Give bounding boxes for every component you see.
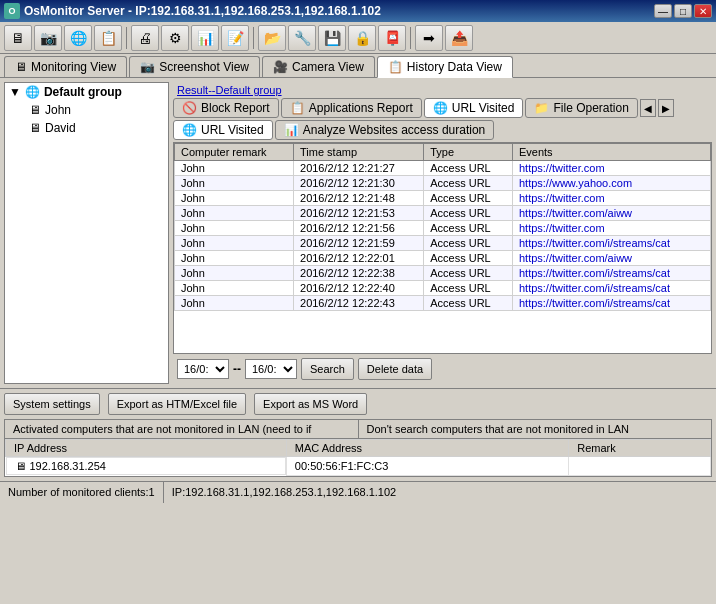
toolbar-btn-1[interactable]: 🖥	[4, 25, 32, 51]
tab-url-visited[interactable]: 🌐 URL Visited	[424, 98, 524, 118]
tab-monitoring[interactable]: 🖥 Monitoring View	[4, 56, 127, 77]
toolbar-separator-2	[253, 27, 254, 49]
table-row[interactable]: John 2016/2/12 12:21:59 Access URL https…	[175, 236, 711, 251]
cell-computer: John	[175, 251, 294, 266]
sidebar-item-david[interactable]: 🖥 David	[5, 119, 168, 137]
sidebar-user-john: John	[45, 103, 71, 117]
tab-screenshot[interactable]: 📷 Screenshot View	[129, 56, 260, 77]
monitoring-icon: 🖥	[15, 60, 27, 74]
report-nav-next[interactable]: ▶	[658, 99, 674, 117]
computer-icon-david: 🖥	[29, 121, 41, 135]
url-icon: 🌐	[433, 101, 448, 115]
toolbar-btn-13[interactable]: 📮	[378, 25, 406, 51]
lower-table-container[interactable]: IP Address MAC Address Remark 🖥192.168.3…	[5, 439, 711, 476]
status-bar: Number of monitored clients:1 IP:192.168…	[0, 481, 716, 503]
toolbar-btn-11[interactable]: 💾	[318, 25, 346, 51]
lower-header-right-text: Don't search computers that are not moni…	[359, 420, 712, 438]
toolbar-btn-4[interactable]: 📋	[94, 25, 122, 51]
delete-data-button[interactable]: Delete data	[358, 358, 432, 380]
data-table-container[interactable]: Computer remark Time stamp Type Events J…	[173, 142, 712, 354]
toolbar-btn-3[interactable]: 🌐	[64, 25, 92, 51]
cell-computer: John	[175, 296, 294, 311]
toolbar-btn-12[interactable]: 🔒	[348, 25, 376, 51]
toolbar-btn-10[interactable]: 🔧	[288, 25, 316, 51]
tab-camera-label: Camera View	[292, 60, 364, 74]
tab-history[interactable]: 📋 History Data View	[377, 56, 513, 78]
file-icon: 📁	[534, 101, 549, 115]
lower-col-ip: IP Address	[6, 440, 287, 457]
lower-table-row[interactable]: 🖥192.168.31.254 00:50:56:F1:FC:C3	[6, 457, 711, 476]
table-row[interactable]: John 2016/2/12 12:21:27 Access URL https…	[175, 161, 711, 176]
title-bar: O OsMonitor Server - IP:192.168.31.1,192…	[0, 0, 716, 22]
col-header-type: Type	[424, 144, 513, 161]
cell-computer: John	[175, 236, 294, 251]
cell-time: 2016/2/12 12:21:56	[294, 221, 424, 236]
cell-type: Access URL	[424, 161, 513, 176]
sidebar-item-john[interactable]: 🖥 John	[5, 101, 168, 119]
cell-time: 2016/2/12 12:21:27	[294, 161, 424, 176]
cell-type: Access URL	[424, 176, 513, 191]
toolbar-btn-2[interactable]: 📷	[34, 25, 62, 51]
subtab-url-visited[interactable]: 🌐 URL Visited	[173, 120, 273, 140]
table-row[interactable]: John 2016/2/12 12:22:43 Access URL https…	[175, 296, 711, 311]
camera-icon: 🎥	[273, 60, 288, 74]
tab-history-label: History Data View	[407, 60, 502, 74]
subtab-url-label: URL Visited	[201, 123, 264, 137]
cell-time: 2016/2/12 12:21:59	[294, 236, 424, 251]
toolbar-btn-15[interactable]: 📤	[445, 25, 473, 51]
main-toolbar: 🖥 📷 🌐 📋 🖨 ⚙ 📊 📝 📂 🔧 💾 🔒 📮 ➡ 📤	[0, 22, 716, 54]
toolbar-btn-7[interactable]: 📊	[191, 25, 219, 51]
date-controls: 16/0: -- 16/0: Search Delete data	[173, 354, 712, 384]
cell-computer: John	[175, 206, 294, 221]
date-to[interactable]: 16/0:	[245, 359, 297, 379]
cell-time: 2016/2/12 12:21:53	[294, 206, 424, 221]
table-row[interactable]: John 2016/2/12 12:21:30 Access URL https…	[175, 176, 711, 191]
tab-block-report[interactable]: 🚫 Block Report	[173, 98, 279, 118]
tab-file-operation[interactable]: 📁 File Operation	[525, 98, 637, 118]
close-button[interactable]: ✕	[694, 4, 712, 18]
cell-time: 2016/2/12 12:22:43	[294, 296, 424, 311]
table-row[interactable]: John 2016/2/12 12:21:56 Access URL https…	[175, 221, 711, 236]
col-header-events: Events	[512, 144, 710, 161]
cell-event: https://twitter.com/i/streams/cat	[512, 266, 710, 281]
tab-apps-report[interactable]: 📋 Applications Report	[281, 98, 422, 118]
cell-type: Access URL	[424, 221, 513, 236]
export-word-button[interactable]: Export as MS Word	[254, 393, 367, 415]
history-icon: 📋	[388, 60, 403, 74]
table-row[interactable]: John 2016/2/12 12:22:40 Access URL https…	[175, 281, 711, 296]
export-htm-button[interactable]: Export as HTM/Excel file	[108, 393, 246, 415]
maximize-button[interactable]: □	[674, 4, 692, 18]
cell-event: https://twitter.com	[512, 221, 710, 236]
date-from[interactable]: 16/0:	[177, 359, 229, 379]
toolbar-btn-5[interactable]: 🖨	[131, 25, 159, 51]
subtab-analyze-icon: 📊	[284, 123, 299, 137]
tab-camera[interactable]: 🎥 Camera View	[262, 56, 375, 77]
window-title: OsMonitor Server - IP:192.168.31.1,192.1…	[24, 4, 381, 18]
minimize-button[interactable]: —	[654, 4, 672, 18]
network-icon: 🌐	[25, 85, 40, 99]
table-row[interactable]: John 2016/2/12 12:22:38 Access URL https…	[175, 266, 711, 281]
lower-col-remark: Remark	[569, 440, 711, 457]
search-button[interactable]: Search	[301, 358, 354, 380]
bottom-toolbar: System settings Export as HTM/Excel file…	[0, 388, 716, 419]
report-nav-prev[interactable]: ◀	[640, 99, 656, 117]
subtab-url-icon: 🌐	[182, 123, 197, 137]
toolbar-btn-14[interactable]: ➡	[415, 25, 443, 51]
app-icon: O	[4, 3, 20, 19]
table-row[interactable]: John 2016/2/12 12:22:01 Access URL https…	[175, 251, 711, 266]
table-row[interactable]: John 2016/2/12 12:21:48 Access URL https…	[175, 191, 711, 206]
cell-event: https://www.yahoo.com	[512, 176, 710, 191]
lower-section: Activated computers that are not monitor…	[4, 419, 712, 477]
system-settings-button[interactable]: System settings	[4, 393, 100, 415]
toolbar-btn-6[interactable]: ⚙	[161, 25, 189, 51]
sidebar-group-root[interactable]: ▼ 🌐 Default group	[5, 83, 168, 101]
toolbar-btn-9[interactable]: 📂	[258, 25, 286, 51]
apps-report-label: Applications Report	[309, 101, 413, 115]
toolbar-btn-8[interactable]: 📝	[221, 25, 249, 51]
cell-computer: John	[175, 191, 294, 206]
subtab-analyze-label: Analyze Websites access duration	[303, 123, 486, 137]
col-header-computer: Computer remark	[175, 144, 294, 161]
lower-header: Activated computers that are not monitor…	[5, 420, 711, 439]
subtab-analyze[interactable]: 📊 Analyze Websites access duration	[275, 120, 495, 140]
table-row[interactable]: John 2016/2/12 12:21:53 Access URL https…	[175, 206, 711, 221]
